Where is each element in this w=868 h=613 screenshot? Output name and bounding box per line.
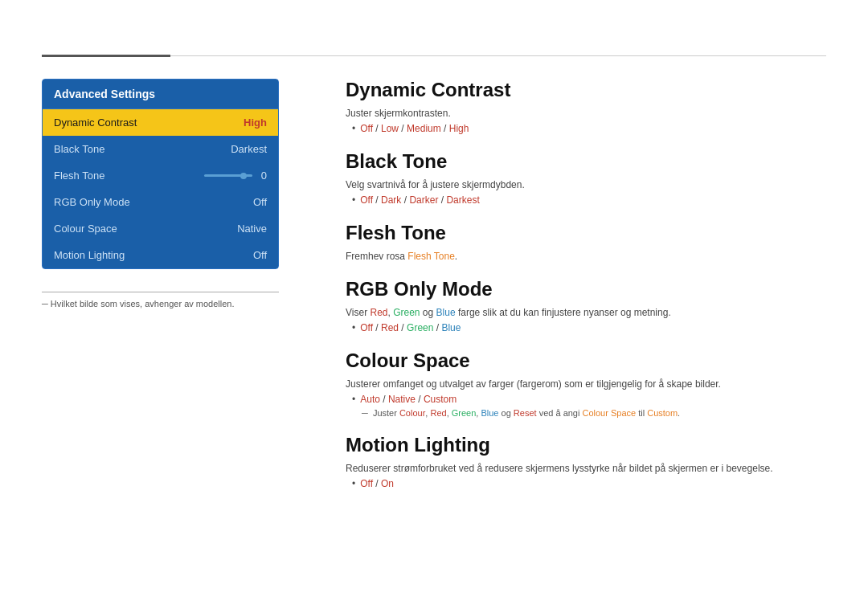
section-rgb-only-mode-desc: Viser Red, Green og Blue farge slik at d… xyxy=(346,307,826,318)
bullet-dot: • xyxy=(352,478,355,489)
menu-item-dynamic-contrast-label: Dynamic Contrast xyxy=(54,116,137,129)
left-panel: Advanced Settings Dynamic Contrast High … xyxy=(42,79,279,309)
note-text: ─ Hvilket bilde som vises, avhenger av m… xyxy=(42,299,279,309)
menu-item-motion-lighting[interactable]: Motion Lighting Off xyxy=(43,242,278,268)
section-colour-space-bullet: • Auto / Native / Custom xyxy=(346,394,826,405)
advanced-settings-box: Advanced Settings Dynamic Contrast High … xyxy=(42,79,279,269)
bullet-dot: • xyxy=(352,394,355,405)
flesh-tone-slider-track[interactable] xyxy=(204,174,252,177)
note-section: ─ Hvilket bilde som vises, avhenger av m… xyxy=(42,292,279,309)
section-colour-space: Colour Space Justerer omfanget og utvalg… xyxy=(346,349,826,418)
menu-item-dynamic-contrast[interactable]: Dynamic Contrast High xyxy=(43,109,278,136)
menu-item-black-tone-value: Darkest xyxy=(231,143,267,155)
menu-item-colour-space[interactable]: Colour Space Native xyxy=(43,215,278,242)
section-colour-space-title: Colour Space xyxy=(346,349,826,372)
black-tone-options: Off / Dark / Darker / Darkest xyxy=(360,194,480,206)
right-content: Dynamic Contrast Juster skjermkontrasten… xyxy=(346,79,826,505)
colour-space-subnote: ─ Juster Colour, Red, Green, Blue og Res… xyxy=(346,408,826,418)
section-black-tone-desc: Velg svartnivå for å justere skjermdybde… xyxy=(346,179,826,190)
section-dynamic-contrast-title: Dynamic Contrast xyxy=(346,79,826,101)
flesh-tone-slider-container: 0 xyxy=(204,170,267,182)
section-flesh-tone-title: Flesh Tone xyxy=(346,222,826,244)
progress-filled xyxy=(42,55,170,57)
section-motion-lighting-title: Motion Lighting xyxy=(346,434,826,456)
section-rgb-only-mode: RGB Only Mode Viser Red, Green og Blue f… xyxy=(346,278,826,333)
section-black-tone-bullet: • Off / Dark / Darker / Darkest xyxy=(346,194,826,206)
section-flesh-tone-desc: Fremhev rosa Flesh Tone. xyxy=(346,251,826,262)
motion-lighting-options: Off / On xyxy=(360,478,394,489)
section-dynamic-contrast-bullet: • Off / Low / Medium / High xyxy=(346,123,826,134)
bullet-dot: • xyxy=(352,123,355,134)
section-motion-lighting-desc: Reduserer strømforbruket ved å redusere … xyxy=(346,463,826,474)
subnote-text: ─ Juster Colour, Red, Green, Blue og Res… xyxy=(362,408,680,418)
menu-item-flesh-tone-label: Flesh Tone xyxy=(54,170,104,182)
section-black-tone: Black Tone Velg svartnivå for å justere … xyxy=(346,150,826,206)
section-motion-lighting: Motion Lighting Reduserer strømforbruket… xyxy=(346,434,826,489)
dynamic-contrast-options: Off / Low / Medium / High xyxy=(360,123,469,134)
menu-item-rgb-only-mode-value: Off xyxy=(253,196,267,208)
menu-item-rgb-only-mode-label: RGB Only Mode xyxy=(54,196,130,208)
section-colour-space-desc: Justerer omfanget og utvalget av farger … xyxy=(346,378,826,390)
menu-item-colour-space-label: Colour Space xyxy=(54,223,117,235)
flesh-tone-slider-thumb xyxy=(240,173,247,179)
section-flesh-tone: Flesh Tone Fremhev rosa Flesh Tone. xyxy=(346,222,826,262)
menu-item-motion-lighting-value: Off xyxy=(253,249,267,261)
section-motion-lighting-bullet: • Off / On xyxy=(346,478,826,489)
colour-space-options: Auto / Native / Custom xyxy=(360,394,457,405)
menu-item-black-tone-label: Black Tone xyxy=(54,143,104,155)
section-black-tone-title: Black Tone xyxy=(346,150,826,173)
menu-item-rgb-only-mode[interactable]: RGB Only Mode Off xyxy=(43,189,278,215)
flesh-tone-value: 0 xyxy=(257,170,267,182)
bullet-dot: • xyxy=(352,322,355,333)
section-rgb-only-mode-bullet: • Off / Red / Green / Blue xyxy=(346,322,826,333)
menu-item-dynamic-contrast-value: High xyxy=(244,116,267,129)
section-dynamic-contrast-desc: Juster skjermkontrasten. xyxy=(346,108,826,119)
advanced-settings-title: Advanced Settings xyxy=(43,80,278,109)
rgb-only-mode-options: Off / Red / Green / Blue xyxy=(360,322,461,333)
menu-item-black-tone[interactable]: Black Tone Darkest xyxy=(43,136,278,162)
menu-item-motion-lighting-label: Motion Lighting xyxy=(54,249,125,261)
progress-empty xyxy=(170,55,826,56)
top-progress-bar xyxy=(42,55,826,57)
menu-item-colour-space-value: Native xyxy=(237,223,267,235)
menu-item-flesh-tone[interactable]: Flesh Tone 0 xyxy=(43,162,278,189)
section-rgb-only-mode-title: RGB Only Mode xyxy=(346,278,826,300)
bullet-dot: • xyxy=(352,194,355,206)
section-dynamic-contrast: Dynamic Contrast Juster skjermkontrasten… xyxy=(346,79,826,134)
